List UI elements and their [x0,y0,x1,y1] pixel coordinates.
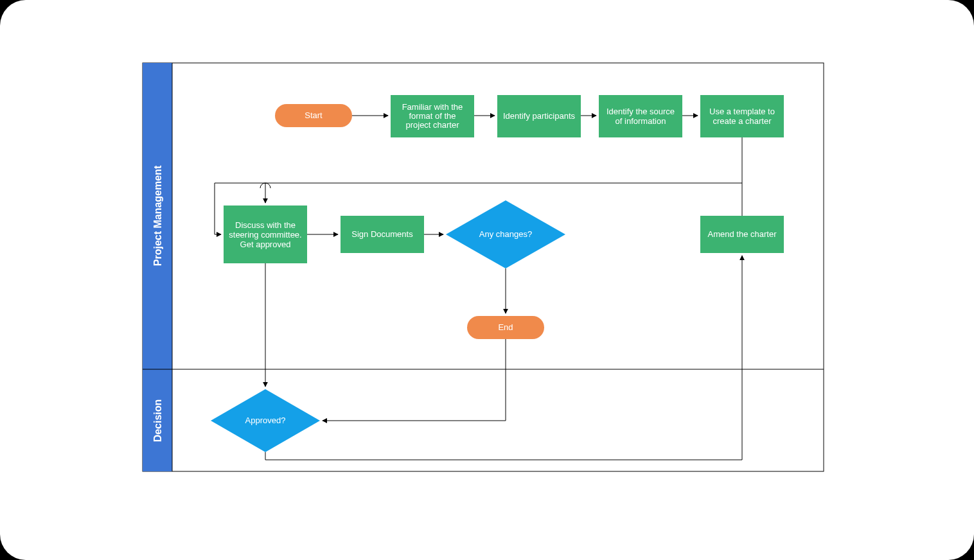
familiar-l2: format of the [409,111,456,121]
conn-end-approved [323,339,506,421]
conn-approved-amend [265,256,742,460]
conn-loop-discuss-left [215,183,221,234]
amend-label: Amend the charter [708,229,777,239]
end-label: End [498,322,513,332]
identify-participants-label: Identify participants [503,111,576,121]
start-label: Start [305,110,323,120]
discuss-l2: steering committee. [229,230,301,240]
use-template-l2: create a charter [713,116,772,126]
diagram-card: Project Management Decision Start Famili… [0,0,974,560]
swimlane-diagram: Project Management Decision Start Famili… [0,0,974,560]
approved-label: Approved? [245,416,286,425]
identify-source-l1: Identify the source [607,107,675,116]
any-changes-label: Any changes? [479,229,532,239]
lane-label-pm: Project Management [152,165,163,266]
use-template-l1: Use a template to [709,107,775,116]
conn-template-discuss [265,137,742,203]
discuss-l3: Get approved [240,240,291,249]
identify-source-l2: of information [615,116,666,126]
familiar-l1: Familiar with the [402,102,463,112]
lane-label-decision: Decision [152,399,163,442]
familiar-l3: project charter [405,120,459,130]
discuss-l1: Discuss with the [235,220,296,230]
sign-label: Sign Documents [351,229,413,239]
